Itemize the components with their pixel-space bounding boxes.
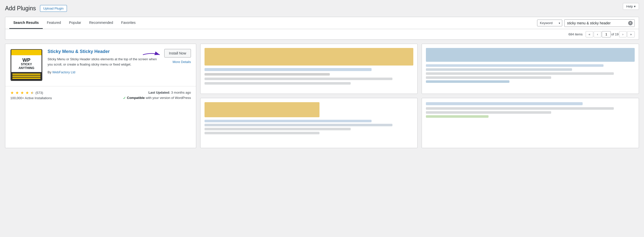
icon-top-bar <box>11 50 42 55</box>
plugin-meta-right: Last Updated: 3 months ago ✓ Compatible … <box>123 91 191 100</box>
icon-middle: WP STICKY ANYTHING <box>11 55 42 72</box>
placeholder-img-1 <box>205 48 413 66</box>
compatible-notice: ✓ Compatible with your version of WordPr… <box>123 96 191 100</box>
last-updated: Last Updated: 3 months ago <box>123 91 191 94</box>
pagination-buttons: « ‹ of 19 › » <box>586 31 635 37</box>
placeholder-text-3c <box>205 128 351 130</box>
icon-text-wp: WP <box>22 57 30 63</box>
plugin-card: WP STICKY ANYTHING Sticky Menu & Sticky <box>5 44 196 148</box>
tab-bar: Search Results Featured Popular Recommen… <box>5 17 639 29</box>
search-input-wrap: × <box>564 19 635 27</box>
star-2: ★ <box>15 90 19 95</box>
plugin-author-link[interactable]: WebFactory Ltd <box>52 70 75 74</box>
upload-plugin-button[interactable]: Upload Plugin <box>40 5 67 12</box>
tab-featured[interactable]: Featured <box>43 17 65 29</box>
placeholder-card-1 <box>200 44 418 94</box>
items-count: 684 items <box>569 32 583 36</box>
more-details-link[interactable]: More Details <box>173 60 191 64</box>
right-cards <box>200 44 639 148</box>
placeholder-card-3 <box>200 98 418 148</box>
content-area: WP STICKY ANYTHING Sticky Menu & Sticky <box>5 40 639 148</box>
icon-bar-3 <box>12 78 41 79</box>
placeholder-text-2c <box>426 72 614 75</box>
plugin-actions: Install Now More Details <box>164 49 191 64</box>
icon-bar-2 <box>12 76 41 77</box>
placeholder-text-4a <box>426 102 583 105</box>
placeholder-text-4b <box>426 107 614 110</box>
placeholder-text-3b <box>205 124 392 126</box>
star-5-half: ★ ★ <box>30 90 34 95</box>
placeholder-text-1a <box>205 68 372 71</box>
placeholder-text-1c <box>205 78 392 80</box>
icon-bottom-bars <box>11 72 42 80</box>
placeholder-text-4c <box>426 111 551 114</box>
star-3: ★ <box>20 90 24 95</box>
install-now-button[interactable]: Install Now <box>164 49 191 57</box>
rating-count: (573) <box>35 91 43 95</box>
placeholder-img-3 <box>205 102 319 117</box>
tab-favorites[interactable]: Favorites <box>117 17 140 29</box>
tab-popular[interactable]: Popular <box>65 17 85 29</box>
icon-text-anything: ANYTHING <box>19 66 34 70</box>
plugin-meta-left: ★ ★ ★ ★ ★ ★ (573) 100,000+ Active Instal… <box>10 90 52 100</box>
placeholder-text-2e <box>426 80 509 83</box>
placeholder-row-2 <box>200 98 639 148</box>
star-rating: ★ ★ ★ ★ ★ ★ (573) <box>10 90 52 95</box>
icon-text-sticky: STICKY <box>21 63 32 66</box>
tabs: Search Results Featured Popular Recommen… <box>9 17 140 29</box>
page-of-label: of 19 <box>611 32 619 36</box>
last-page-button[interactable]: » <box>627 31 635 37</box>
placeholder-row-1 <box>200 44 639 94</box>
page-header: Add Plugins Upload Plugin <box>5 5 639 12</box>
active-installs: 100,000+ Active Installations <box>10 96 52 100</box>
install-arrow-icon <box>142 51 162 58</box>
keyword-select[interactable]: Keyword <box>537 20 562 26</box>
star-4: ★ <box>25 90 29 95</box>
plugin-icon: WP STICKY ANYTHING <box>10 49 43 81</box>
search-input[interactable] <box>564 19 635 27</box>
star-1: ★ <box>10 90 14 95</box>
placeholder-card-4 <box>422 98 639 148</box>
tab-search-results[interactable]: Search Results <box>9 17 43 29</box>
chevron-down-icon: ▾ <box>634 5 636 8</box>
tab-recommended[interactable]: Recommended <box>85 17 117 29</box>
placeholder-text-3a <box>205 120 372 122</box>
arrow-annotation <box>142 51 162 58</box>
help-button[interactable]: Help ▾ <box>623 3 639 10</box>
prev-page-button[interactable]: ‹ <box>594 31 601 37</box>
placeholder-text-2d <box>426 76 551 79</box>
placeholder-text-2b <box>426 68 572 71</box>
pagination-bar: 684 items « ‹ of 19 › » <box>5 29 639 40</box>
icon-bar-1 <box>12 74 41 75</box>
help-label: Help <box>626 5 633 8</box>
placeholder-text-1b <box>205 73 330 76</box>
placeholder-text-3d <box>205 132 319 134</box>
keyword-wrapper: Keyword <box>537 20 562 26</box>
plugin-card-bottom: ★ ★ ★ ★ ★ ★ (573) 100,000+ Active Instal… <box>5 86 196 104</box>
placeholder-text-1d <box>205 82 351 85</box>
first-page-button[interactable]: « <box>586 31 593 37</box>
page-title: Add Plugins <box>5 5 36 12</box>
placeholder-text-4d <box>426 115 489 118</box>
clear-search-button[interactable]: × <box>628 21 633 25</box>
check-icon: ✓ <box>123 96 126 100</box>
wp-sticky-anything-logo: WP STICKY ANYTHING <box>11 49 42 81</box>
placeholder-card-2 <box>422 44 639 94</box>
next-page-button[interactable]: › <box>619 31 627 37</box>
search-area: Keyword × <box>537 19 635 27</box>
plugin-author: By WebFactory Ltd <box>48 70 159 74</box>
plugin-card-top: WP STICKY ANYTHING Sticky Menu & Sticky <box>5 44 196 86</box>
placeholder-img-2 <box>426 48 635 62</box>
page-number-input[interactable] <box>602 31 611 37</box>
placeholder-text-2a <box>426 64 603 67</box>
